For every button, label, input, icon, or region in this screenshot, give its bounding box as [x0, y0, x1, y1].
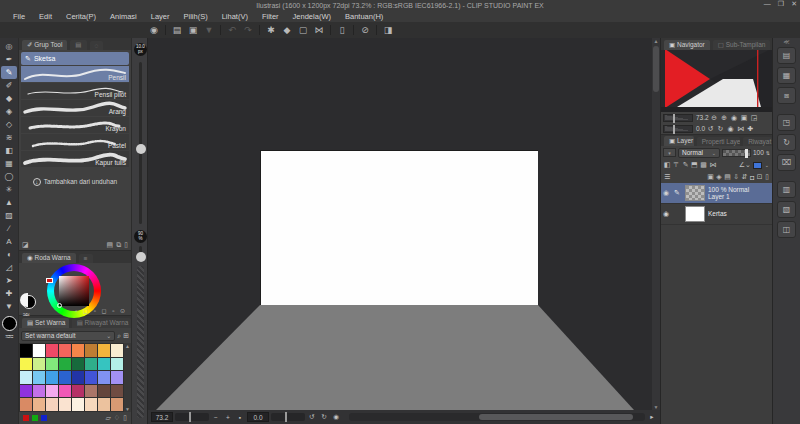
brush-item[interactable]: Pensil — [21, 66, 129, 82]
blend-mode-select[interactable]: Normal⌄ — [678, 148, 720, 158]
fit-icon[interactable]: ◉ — [730, 114, 739, 122]
recent-color-chip[interactable] — [41, 415, 47, 421]
color-swatch[interactable] — [72, 358, 84, 371]
figure-tool[interactable]: ▲ — [1, 196, 17, 209]
main-color-indicator[interactable] — [2, 316, 17, 331]
brush-tool[interactable]: ✐ — [1, 79, 17, 92]
new-file-icon[interactable]: ▤ — [170, 24, 184, 36]
color-swatch[interactable] — [72, 385, 84, 398]
transparent-color-indicator[interactable]: ≈≈ — [6, 332, 13, 341]
menu-item-bantuanh[interactable]: Bantuan(H) — [338, 12, 390, 21]
transfer-down-icon[interactable]: ⇩ — [733, 173, 739, 181]
frame-border-tool[interactable]: ▦ — [1, 157, 17, 170]
new-folder-icon[interactable]: ▤ — [724, 173, 731, 181]
lock-layer-icon[interactable]: ⬒ — [691, 161, 698, 169]
color-swatch[interactable] — [72, 344, 84, 357]
menu-item-jendelaw[interactable]: Jendela(W) — [286, 12, 338, 21]
color-swatch[interactable] — [59, 358, 71, 371]
flip-horizontal-icon[interactable]: ⋈ — [312, 24, 326, 36]
invert-selection-icon[interactable]: ◆ — [280, 24, 294, 36]
navigator-rotate-slider[interactable] — [663, 125, 693, 133]
color-swatch[interactable] — [33, 358, 45, 371]
scroll-right-icon[interactable]: ▸ — [647, 413, 657, 421]
balloon-tool[interactable]: ◖ — [1, 248, 17, 261]
saturation-value-square[interactable] — [59, 276, 89, 306]
color-swatch[interactable] — [111, 371, 123, 384]
color-swatch[interactable] — [98, 398, 110, 411]
brush-item[interactable]: Arang — [21, 100, 129, 116]
navigator-preview[interactable] — [661, 50, 772, 112]
vscroll-thumb[interactable] — [653, 46, 659, 92]
reset-rotation-button[interactable]: ◉ — [331, 413, 341, 421]
brush-group-selector[interactable]: ✎ Sketsa — [21, 52, 129, 65]
zoom-in-icon[interactable]: ⊕ — [720, 114, 729, 122]
color-swatch[interactable] — [33, 344, 45, 357]
replace-color-icon[interactable]: ♢ — [114, 414, 120, 422]
zoom-tool[interactable]: ◎ — [1, 40, 17, 53]
menu-item-layer[interactable]: Layer — [144, 12, 177, 21]
color-set-select[interactable]: Set warna default⌄ — [21, 331, 115, 341]
color-swatch[interactable] — [111, 398, 123, 411]
brush-item[interactable]: Pensil pilot — [21, 83, 129, 99]
canvas-horizontal-scrollbar[interactable] — [349, 413, 645, 421]
scroll-up-icon[interactable]: ▲ — [654, 38, 659, 44]
tab-sub-tool-alt[interactable]: ▤ — [70, 40, 86, 50]
color-swatch[interactable] — [46, 371, 58, 384]
color-swatch[interactable] — [20, 398, 32, 411]
menu-item-file[interactable]: File — [6, 12, 32, 21]
color-swatch[interactable] — [98, 358, 110, 371]
selection-border-icon[interactable]: ▢ — [296, 24, 310, 36]
color-swatch[interactable] — [59, 398, 71, 411]
sv-cursor[interactable] — [57, 303, 62, 308]
decoration-tool[interactable]: ◈ — [1, 105, 17, 118]
create-mask-icon[interactable]: ◘ — [750, 174, 754, 181]
tab-riwayat[interactable]: Riwayat — [743, 137, 772, 146]
auto-select-tool[interactable]: ✳ — [1, 183, 17, 196]
actual-size-icon[interactable]: ▣ — [740, 114, 749, 122]
brush-item[interactable]: Kapur tulis — [21, 151, 129, 167]
move-tool[interactable]: ✚ — [1, 287, 17, 300]
tab-grup-tool[interactable]: ✐ Grup Tool — [22, 40, 67, 50]
color-swatch[interactable] — [98, 371, 110, 384]
delete-layer-icon[interactable]: ▯ — [765, 173, 769, 181]
merge-down-icon[interactable]: ⇵ — [742, 173, 748, 181]
rotate-cw-icon[interactable]: ↻ — [716, 125, 725, 133]
rotation-value[interactable]: 0.0 — [247, 412, 269, 422]
draft-icon[interactable]: ✎ — [683, 161, 689, 169]
dock-button-quick-access[interactable]: ▤ — [777, 47, 796, 64]
canvas-paper[interactable] — [260, 150, 538, 305]
line-tool[interactable]: ∕ — [1, 222, 17, 235]
collapse-dock-icon[interactable]: ≪ — [783, 40, 789, 44]
new-subtool-icon[interactable]: ▤ — [107, 241, 114, 249]
layer-menu-icon[interactable]: ☰ — [664, 173, 670, 181]
canvas-viewport[interactable]: ▲ ▼ 73.2 − + ▪ 0.0 ↺ ↻ ◉ ▸ — [148, 38, 660, 424]
color-swatch[interactable] — [33, 385, 45, 398]
transparent-color-icon[interactable]: ≈≈ — [23, 311, 29, 318]
blend-tool[interactable]: ≋ — [1, 131, 17, 144]
color-swatch[interactable] — [46, 344, 58, 357]
dock-button-material-download-1[interactable]: ▥ — [777, 181, 796, 198]
color-swatch[interactable] — [20, 385, 32, 398]
color-swatch[interactable] — [85, 344, 97, 357]
layer-visibility-icon[interactable]: ◉ — [663, 189, 671, 197]
color-wheel-footer-icons[interactable]: ▫ ◻ ▫ ◻ ▫ ⊙ — [75, 307, 127, 314]
menu-item-pilihs[interactable]: Pilih(S) — [177, 12, 215, 21]
flip-horizontal-icon[interactable]: ⋈ — [736, 125, 745, 133]
no-assist-icon[interactable]: ⊘ — [358, 24, 372, 36]
perspective-floor-plane[interactable] — [148, 305, 660, 410]
dock-button-material-manga[interactable]: ◳ — [777, 114, 796, 131]
add-color-icon[interactable]: ▱ — [105, 414, 110, 422]
scroll-up-icon[interactable]: ▲ — [125, 343, 130, 349]
tab-roda-warna[interactable]: ◉ Roda Warna — [22, 253, 76, 263]
layer-thumbnail[interactable] — [685, 185, 705, 201]
color-swatch[interactable] — [85, 358, 97, 371]
color-swatch[interactable] — [111, 358, 123, 371]
restore-button[interactable]: ❐ — [778, 0, 784, 8]
recent-color-chip[interactable] — [32, 415, 38, 421]
tab-properti-layer[interactable]: Properti Layer — [697, 137, 740, 146]
color-swatch[interactable] — [20, 371, 32, 384]
tab-sub-tampilan[interactable]: ▢ Sub-Tampilan — [713, 40, 771, 50]
tab-color-slider[interactable]: ≡ — [79, 254, 93, 263]
menu-item-filter[interactable]: Filter — [255, 12, 286, 21]
pen-tool[interactable]: ✒ — [1, 53, 17, 66]
